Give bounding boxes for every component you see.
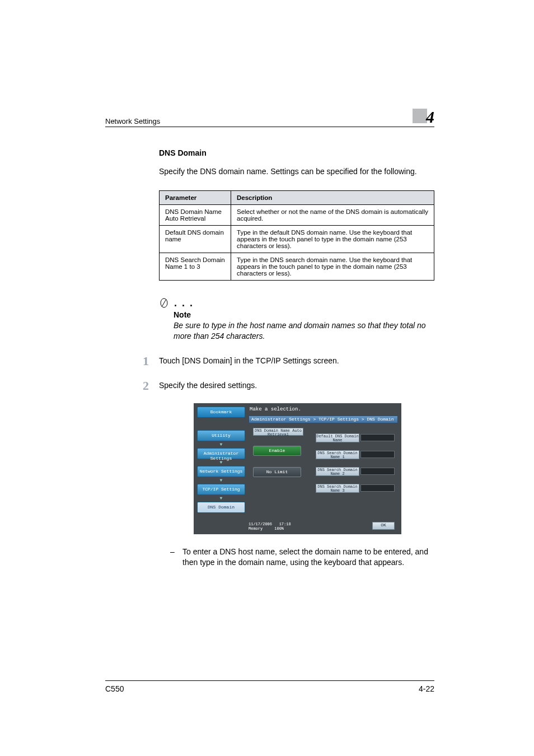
svg-line-1 <box>162 299 166 307</box>
param-cell: DNS Search Domain Name 1 to 3 <box>160 253 231 280</box>
parameter-table: Parameter Description DNS Domain Name Au… <box>159 190 434 281</box>
breadcrumb: Administrator Settings > TCP/IP Settings… <box>249 416 398 423</box>
table-header-description: Description <box>231 190 434 204</box>
dash-icon: – <box>170 547 182 568</box>
sub-list-item: – To enter a DNS host name, select the d… <box>159 547 434 568</box>
running-header: Network Settings 4 <box>105 106 434 127</box>
chapter-number: 4 <box>426 108 434 127</box>
chevron-down-icon: ▼ <box>197 460 245 465</box>
step-text: Touch [DNS Domain] in the TCP/IP Setting… <box>159 354 339 365</box>
param-cell: DNS Domain Name Auto Retrieval <box>160 204 231 225</box>
prompt-text: Make a selection. <box>250 407 301 412</box>
step-number: 1 <box>137 354 159 368</box>
step-text: Specify the desired settings. <box>159 379 257 390</box>
status-memory-pct: 100% <box>274 526 284 531</box>
dns-search-2-label[interactable]: DNS Search Domain Name 2 <box>316 467 359 476</box>
sidebar-item-admin[interactable]: Administrator Settings <box>197 448 245 459</box>
table-row: Default DNS domain name Type in the defa… <box>160 225 434 253</box>
dns-search-3-label[interactable]: DNS Search Domain Name 3 <box>316 484 359 493</box>
section-name: Network Settings <box>105 117 160 125</box>
device-screenshot: Make a selection. Administrator Settings… <box>194 403 401 534</box>
page-footer: C550 4-22 <box>105 680 434 693</box>
intro-paragraph: Specify the DNS domain name. Settings ca… <box>159 166 434 177</box>
chevron-down-icon: ▼ <box>197 478 245 483</box>
step-2: 2 Specify the desired settings. <box>159 379 434 393</box>
table-row: DNS Search Domain Name 1 to 3 Type in th… <box>160 253 434 280</box>
subsection-heading: DNS Domain <box>159 148 434 157</box>
no-limit-button[interactable]: No Limit <box>253 467 301 477</box>
note-icon: . . . <box>159 297 434 309</box>
sidebar-item-utility[interactable]: Utility <box>197 430 245 441</box>
chapter-icon <box>413 109 427 123</box>
auto-retrieval-label: DNS Domain Name Auto Retrieval <box>253 428 303 436</box>
status-time: 17:18 <box>279 522 291 526</box>
status-date: 11/17/2006 <box>249 522 272 526</box>
dns-search-2-field[interactable] <box>360 468 395 475</box>
dns-search-1-label[interactable]: DNS Search Domain Name 1 <box>316 450 359 459</box>
sidebar: Bookmark Utility ▼ Administrator Setting… <box>197 407 245 531</box>
table-row: DNS Domain Name Auto Retrieval Select wh… <box>160 204 434 225</box>
step-1: 1 Touch [DNS Domain] in the TCP/IP Setti… <box>159 354 434 368</box>
desc-cell: Select whether or not the name of the DN… <box>231 204 434 225</box>
desc-cell: Type in the DNS search domain name. Use … <box>231 253 434 280</box>
note-label: Note <box>174 310 434 319</box>
bookmark-button[interactable]: Bookmark <box>197 407 245 418</box>
step-number: 2 <box>137 379 159 393</box>
footer-page: 4-22 <box>419 684 434 693</box>
default-dns-label[interactable]: Default DNS Domain Name <box>316 433 359 442</box>
dns-search-3-field[interactable] <box>360 484 395 492</box>
table-header-parameter: Parameter <box>160 190 231 204</box>
sidebar-item-network[interactable]: Network Settings <box>197 466 245 477</box>
default-dns-field[interactable] <box>360 434 395 441</box>
enable-button[interactable]: Enable <box>253 446 301 456</box>
status-bar: 11/17/2006 17:18 Memory 100% <box>249 522 291 531</box>
desc-cell: Type in the default DNS domain name. Use… <box>231 225 434 253</box>
footer-model: C550 <box>105 684 124 693</box>
param-cell: Default DNS domain name <box>160 225 231 253</box>
status-memory-label: Memory <box>249 526 263 531</box>
ok-button[interactable]: OK <box>372 522 395 530</box>
chevron-down-icon: ▼ <box>197 496 245 501</box>
sub-item-text: To enter a DNS host name, select the dom… <box>182 547 434 568</box>
sidebar-item-dns-domain[interactable]: DNS Domain <box>197 502 245 513</box>
sidebar-item-tcpip[interactable]: TCP/IP Setting <box>197 484 245 495</box>
note-block: . . . Note Be sure to type in the host n… <box>159 297 434 342</box>
chevron-down-icon: ▼ <box>197 442 245 447</box>
main-panel: DNS Domain Name Auto Retrieval Enable No… <box>249 426 398 531</box>
chapter-indicator: 4 <box>413 106 434 125</box>
note-body: Be sure to type in the host name and dom… <box>174 320 434 342</box>
dns-search-1-field[interactable] <box>360 451 395 458</box>
